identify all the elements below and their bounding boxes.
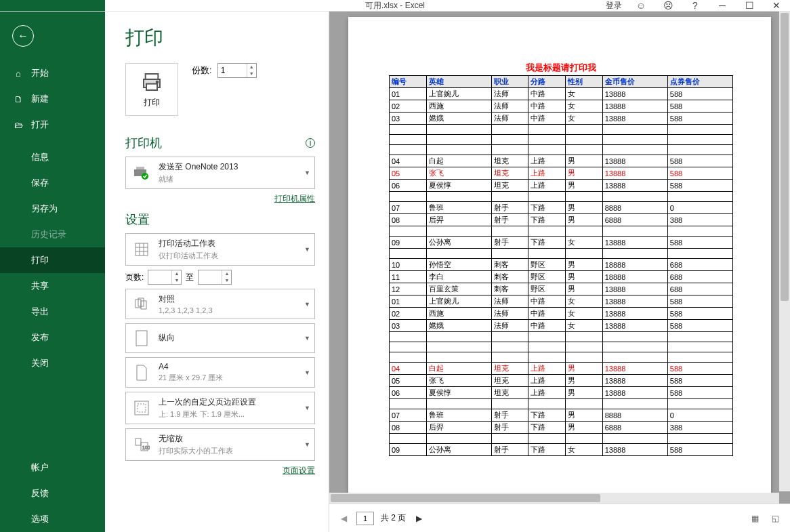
svg-rect-5 (136, 167, 144, 169)
copies-up[interactable]: ▲ (247, 64, 256, 70)
help-icon[interactable]: ? (682, 0, 709, 11)
setting-margins[interactable]: 上一次的自定义页边距设置上: 1.9 厘米 下: 1.9 厘米... ▼ (125, 392, 315, 424)
scale-icon: 100 (131, 434, 152, 455)
sidebar-item-account[interactable]: 帐户 (0, 455, 105, 480)
preview-table: 编号英雄职业分路性别金币售价点券售价01上官婉儿法师中路女1388858802西… (389, 75, 733, 456)
svg-rect-16 (135, 401, 148, 415)
zoom-to-page-button[interactable]: ◱ (768, 512, 782, 525)
svg-point-3 (157, 81, 159, 83)
worksheet-icon (131, 239, 152, 260)
svg-rect-15 (136, 331, 147, 346)
svg-rect-17 (138, 404, 146, 412)
svg-rect-0 (146, 74, 159, 79)
preview-footer: ◀ 共 2 页 ▶ ▦ ◱ (329, 504, 790, 532)
sidebar-item-history: 历史记录 (0, 222, 105, 247)
back-button[interactable]: ← (12, 25, 34, 47)
page-setup-link[interactable]: 页面设置 (283, 466, 315, 475)
copies-down[interactable]: ▼ (247, 70, 256, 77)
svg-point-6 (142, 173, 148, 180)
vertical-scrollbar[interactable] (779, 12, 790, 491)
printer-section-title: 打印机 i (125, 135, 315, 151)
svg-rect-7 (136, 243, 148, 255)
info-icon[interactable]: i (306, 138, 315, 148)
collate-icon (131, 294, 152, 314)
minimize-button[interactable]: ─ (709, 0, 736, 11)
page-icon (131, 363, 152, 383)
sidebar-item-options[interactable]: 选项 (0, 506, 105, 532)
print-preview: 我是标题请打印我 编号英雄职业分路性别金币售价点券售价01上官婉儿法师中路女13… (329, 12, 790, 532)
current-page-input[interactable] (356, 512, 374, 525)
sidebar-item-save[interactable]: 保存 (0, 170, 105, 196)
frown-icon[interactable]: ☹ (654, 0, 682, 11)
setting-paper-size[interactable]: A421 厘米 x 29.7 厘米 ▼ (125, 357, 315, 388)
setting-collation[interactable]: 对照1,2,3 1,2,3 1,2,3 ▼ (125, 289, 315, 319)
printer-ready-icon (131, 163, 152, 183)
file-icon: 🗋 (12, 94, 24, 104)
copies-input[interactable]: ▲▼ (217, 63, 257, 78)
pages-label: 页数: (125, 272, 144, 283)
sidebar-item-home[interactable]: ⌂开始 (0, 60, 105, 86)
printer-selector[interactable]: 发送至 OneNote 2013 就绪 ▼ (125, 157, 315, 189)
prev-page-button[interactable]: ◀ (337, 512, 350, 525)
sidebar-item-feedback[interactable]: 反馈 (0, 480, 105, 506)
sidebar-item-open[interactable]: 🗁打开 (0, 112, 105, 138)
preview-sheet: 我是标题请打印我 编号英雄职业分路性别金币售价点券售价01上官婉儿法师中路女13… (348, 17, 771, 498)
svg-rect-2 (146, 83, 157, 89)
settings-section-title: 设置 (125, 211, 315, 228)
sidebar-item-print[interactable]: 打印 (0, 247, 105, 273)
title-bar-accent (0, 0, 105, 11)
login-button[interactable]: 登录 (600, 0, 627, 11)
setting-scaling[interactable]: 100 无缩放打印实际大小的工作表 ▼ (125, 428, 315, 461)
pages-from-input[interactable]: ▲▼ (148, 270, 182, 285)
printer-icon (141, 71, 163, 93)
close-button[interactable]: ✕ (763, 0, 790, 11)
sidebar: ← ⌂开始 🗋新建 🗁打开 信息 保存 另存为 历史记录 打印 共享 导出 发布… (0, 12, 105, 532)
sidebar-item-saveas[interactable]: 另存为 (0, 196, 105, 222)
next-page-button[interactable]: ▶ (413, 512, 425, 525)
folder-open-icon: 🗁 (12, 120, 24, 130)
chevron-down-icon: ▼ (304, 169, 310, 176)
total-pages-label: 共 2 页 (381, 512, 406, 524)
setting-print-area[interactable]: 打印活动工作表仅打印活动工作表 ▼ (125, 233, 315, 266)
print-settings-panel: 打印 打印 份数: ▲▼ 打印机 i (105, 12, 329, 532)
maximize-button[interactable]: ☐ (736, 0, 763, 11)
sidebar-item-publish[interactable]: 发布 (0, 325, 105, 350)
sidebar-item-close[interactable]: 关闭 (0, 350, 105, 376)
home-icon: ⌂ (12, 68, 24, 79)
sidebar-item-export[interactable]: 导出 (0, 299, 105, 325)
show-margins-button[interactable]: ▦ (748, 512, 762, 525)
copies-label: 份数: (192, 64, 212, 77)
print-button[interactable]: 打印 (125, 63, 178, 116)
page-title: 打印 (125, 25, 315, 51)
window-title: 可用.xlsx - Excel (365, 0, 425, 12)
sidebar-item-info[interactable]: 信息 (0, 144, 105, 170)
printer-properties-link[interactable]: 打印机属性 (274, 194, 315, 203)
sidebar-item-new[interactable]: 🗋新建 (0, 86, 105, 112)
sidebar-item-share[interactable]: 共享 (0, 273, 105, 299)
horizontal-scrollbar[interactable] (329, 493, 779, 504)
svg-rect-18 (136, 438, 141, 445)
margins-icon (131, 398, 152, 418)
smile-icon[interactable]: ☺ (627, 0, 654, 11)
sheet-title: 我是标题请打印我 (389, 62, 733, 74)
setting-orientation[interactable]: 纵向 ▼ (125, 323, 315, 353)
pages-to-input[interactable]: ▲▼ (198, 270, 232, 285)
portrait-icon (131, 328, 152, 348)
svg-text:100: 100 (142, 445, 150, 450)
title-bar: 可用.xlsx - Excel 登录 ☺ ☹ ? ─ ☐ ✕ (0, 0, 790, 12)
